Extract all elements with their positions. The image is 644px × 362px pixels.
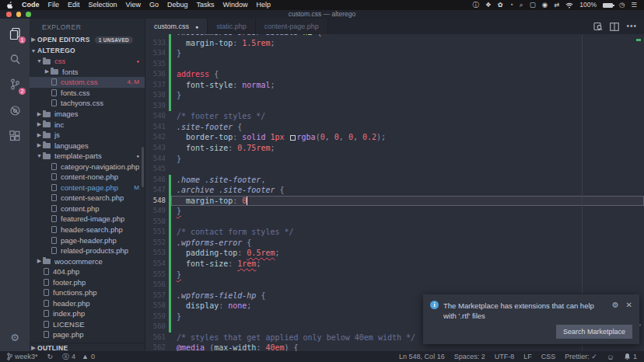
hand-menu-icon[interactable]: ❖ bbox=[485, 0, 492, 10]
line-number[interactable]: 544 bbox=[145, 154, 166, 165]
tab-content-page.php[interactable]: content-page.php bbox=[256, 19, 328, 34]
arrows-menu-icon[interactable]: ⇄ bbox=[554, 0, 559, 10]
line-number[interactable]: 556 bbox=[145, 280, 166, 291]
line-number[interactable]: 543 bbox=[145, 143, 166, 154]
status-utf-8[interactable]: UTF-8 bbox=[495, 351, 515, 362]
tree-file-header-search.php[interactable]: header-search.php bbox=[30, 225, 145, 235]
tree-file-content-none.php[interactable]: content-none.php bbox=[30, 172, 145, 183]
code-line-552[interactable]: 552.wpforms-error { bbox=[145, 238, 644, 249]
code-text[interactable]: .site-footer { bbox=[171, 122, 644, 133]
tree-file-page-header.php[interactable]: page-header.php bbox=[30, 235, 145, 245]
code-line-554[interactable]: 554 font-size: 1rem; bbox=[145, 259, 644, 270]
git-branch-status[interactable]: week3* bbox=[7, 351, 38, 362]
menu-item-view[interactable]: View bbox=[126, 0, 141, 10]
code-line-556[interactable]: 556 bbox=[145, 280, 644, 291]
code-text[interactable]: .archive .site-footer { bbox=[171, 185, 644, 196]
notification-center-icon[interactable]: ☰ bbox=[631, 0, 637, 10]
line-number[interactable]: 537 bbox=[145, 80, 166, 91]
status-ln-548-col-16[interactable]: Ln 548, Col 16 bbox=[399, 351, 445, 362]
tree-folder-languages[interactable]: ▶languages bbox=[30, 140, 145, 151]
search-marketplace-button[interactable]: Search Marketplace bbox=[556, 325, 632, 339]
settings-gear-icon[interactable]: ⚙ bbox=[0, 332, 30, 343]
tree-folder-js[interactable]: ▶js bbox=[30, 130, 145, 141]
line-number[interactable]: 542 bbox=[145, 132, 166, 143]
code-text[interactable]: } bbox=[171, 270, 644, 280]
line-number[interactable]: 560 bbox=[145, 322, 166, 332]
sidebar-item-extensions[interactable] bbox=[6, 127, 23, 144]
tree-folder-css[interactable]: ▼css● bbox=[30, 56, 145, 67]
code-line-553[interactable]: 553 padding-top: 0.5rem; bbox=[145, 248, 644, 259]
menu-item-help[interactable]: Help bbox=[257, 0, 271, 10]
code-text[interactable] bbox=[171, 101, 644, 112]
code-line-533[interactable]: 533 margin-top: 1.5rem; bbox=[145, 38, 644, 49]
code-text[interactable] bbox=[171, 164, 644, 175]
line-number[interactable]: 557 bbox=[145, 291, 166, 301]
code-text[interactable]: margin-top: 0 bbox=[171, 196, 644, 207]
line-number[interactable]: 561 bbox=[145, 332, 166, 343]
tree-file-fonts.css[interactable]: fonts.css bbox=[30, 88, 145, 99]
line-number[interactable]: 536 bbox=[145, 69, 166, 80]
sidebar-item-debug[interactable] bbox=[6, 102, 23, 119]
code-text[interactable]: font-size: 0.75rem; bbox=[171, 143, 644, 154]
code-line-537[interactable]: 537 font-style: normal; bbox=[145, 80, 644, 91]
line-number[interactable]: 533 bbox=[145, 38, 166, 49]
code-text[interactable]: /* contact form styles */ bbox=[171, 227, 644, 238]
code-line-543[interactable]: 543 font-size: 0.75rem; bbox=[145, 143, 644, 154]
line-number[interactable]: 541 bbox=[145, 122, 166, 133]
tree-file-LICENSE[interactable]: LICENSE bbox=[30, 319, 145, 330]
line-number[interactable]: 552 bbox=[145, 238, 166, 249]
tree-file-category-navigation.php[interactable]: category-navigation.php bbox=[30, 161, 145, 172]
tree-file-page.php[interactable]: page.php bbox=[30, 329, 145, 340]
sidebar-item-search[interactable] bbox=[6, 50, 23, 68]
tree-file-404.php[interactable]: 404.php bbox=[30, 266, 145, 277]
flower-menu-icon[interactable]: ✿ bbox=[498, 0, 503, 10]
workspace-root[interactable]: ▼ ALTEREGO bbox=[30, 45, 145, 56]
tree-file-index.php[interactable]: index.php bbox=[30, 308, 145, 319]
code-line-538[interactable]: 538} bbox=[145, 90, 644, 101]
notification-gear-icon[interactable]: ⚙ bbox=[612, 301, 619, 321]
code-line-544[interactable]: 544} bbox=[145, 154, 644, 165]
line-number[interactable]: 559 bbox=[145, 312, 166, 322]
spotlight-icon[interactable]: ⌕ bbox=[520, 0, 523, 10]
menu-item-code[interactable]: Code bbox=[22, 0, 40, 10]
code-text[interactable] bbox=[171, 280, 644, 291]
split-editor-icon[interactable] bbox=[610, 23, 619, 31]
code-line-551[interactable]: 551/* contact form styles */ bbox=[145, 227, 644, 238]
menu-item-file[interactable]: File bbox=[48, 0, 60, 10]
sync-changes-button[interactable]: ↻ bbox=[47, 351, 54, 362]
line-number[interactable]: 551 bbox=[145, 227, 166, 238]
close-window-button[interactable] bbox=[6, 12, 12, 17]
status-spaces[interactable]: Spaces: 2 bbox=[454, 351, 485, 362]
notifications-bell[interactable]: 1 bbox=[624, 351, 637, 362]
tab-custom.css[interactable]: custom.css● bbox=[145, 19, 208, 34]
tab-static.php[interactable]: static.php bbox=[208, 19, 256, 34]
open-editors-section[interactable]: ▶ OPEN EDITORS 1 UNSAVED bbox=[30, 34, 145, 45]
status-css[interactable]: CSS bbox=[541, 351, 556, 362]
problems-status[interactable]: ⓧ 4 ▲ 0 bbox=[62, 351, 95, 362]
clock-icon[interactable]: ◷ bbox=[619, 0, 625, 10]
code-text[interactable]: } bbox=[171, 206, 644, 217]
tree-folder-template-parts[interactable]: ▼template-parts● bbox=[30, 151, 145, 162]
tree-folder-fonts[interactable]: ▶fonts bbox=[30, 67, 145, 78]
code-line-539[interactable]: 539 bbox=[145, 101, 644, 112]
code-line-536[interactable]: 536address { bbox=[145, 69, 644, 80]
line-number[interactable]: 550 bbox=[145, 217, 166, 228]
code-line-549[interactable]: 549} bbox=[145, 206, 644, 217]
line-number[interactable]: 555 bbox=[145, 270, 166, 280]
code-text[interactable] bbox=[171, 217, 644, 228]
code-text[interactable]: } bbox=[171, 48, 644, 59]
code-text[interactable]: /* footer styles */ bbox=[171, 111, 644, 122]
code-line-535[interactable]: 535 bbox=[145, 59, 644, 70]
feedback-smiley-icon[interactable]: ☺ bbox=[607, 353, 614, 361]
tree-folder-inc[interactable]: ▶inc bbox=[30, 119, 145, 130]
menu-item-window[interactable]: Window bbox=[222, 0, 247, 10]
zoom-window-button[interactable] bbox=[26, 12, 31, 17]
code-text[interactable]: .wpforms-error { bbox=[171, 238, 644, 249]
code-line-555[interactable]: 555} bbox=[145, 270, 644, 280]
status-prettier[interactable]: Prettier: ✓ bbox=[565, 351, 597, 362]
info-menu-icon[interactable]: ⓘ bbox=[472, 0, 479, 10]
code-line-534[interactable]: 534} bbox=[145, 48, 644, 59]
open-preview-icon[interactable] bbox=[593, 22, 603, 31]
line-number[interactable]: 548 bbox=[145, 196, 166, 207]
display-icon[interactable]: ▢ bbox=[530, 0, 536, 10]
